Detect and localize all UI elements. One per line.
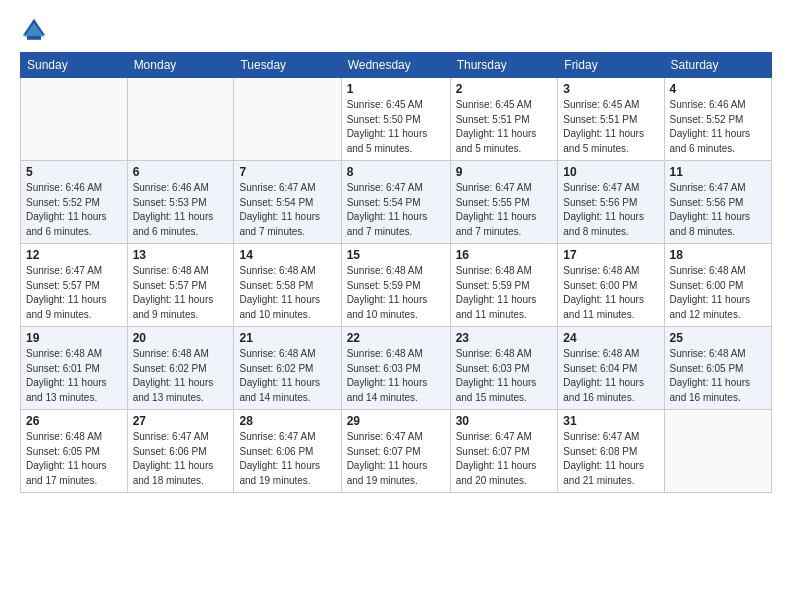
day-number: 12 — [26, 248, 122, 262]
day-number: 18 — [670, 248, 766, 262]
day-number: 26 — [26, 414, 122, 428]
day-info: Sunrise: 6:48 AM Sunset: 6:00 PM Dayligh… — [670, 264, 766, 322]
calendar-cell — [127, 78, 234, 161]
day-info: Sunrise: 6:48 AM Sunset: 5:59 PM Dayligh… — [456, 264, 553, 322]
day-info: Sunrise: 6:47 AM Sunset: 5:57 PM Dayligh… — [26, 264, 122, 322]
day-info: Sunrise: 6:48 AM Sunset: 5:57 PM Dayligh… — [133, 264, 229, 322]
day-info: Sunrise: 6:48 AM Sunset: 6:03 PM Dayligh… — [347, 347, 445, 405]
calendar-cell: 2Sunrise: 6:45 AM Sunset: 5:51 PM Daylig… — [450, 78, 558, 161]
day-number: 20 — [133, 331, 229, 345]
day-info: Sunrise: 6:47 AM Sunset: 5:56 PM Dayligh… — [563, 181, 658, 239]
day-info: Sunrise: 6:48 AM Sunset: 6:01 PM Dayligh… — [26, 347, 122, 405]
calendar-week-row: 12Sunrise: 6:47 AM Sunset: 5:57 PM Dayli… — [21, 244, 772, 327]
day-info: Sunrise: 6:47 AM Sunset: 5:54 PM Dayligh… — [239, 181, 335, 239]
day-number: 27 — [133, 414, 229, 428]
page: SundayMondayTuesdayWednesdayThursdayFrid… — [0, 0, 792, 612]
calendar-header-monday: Monday — [127, 53, 234, 78]
day-number: 21 — [239, 331, 335, 345]
day-number: 17 — [563, 248, 658, 262]
day-number: 6 — [133, 165, 229, 179]
day-number: 9 — [456, 165, 553, 179]
calendar-cell — [234, 78, 341, 161]
calendar-cell: 27Sunrise: 6:47 AM Sunset: 6:06 PM Dayli… — [127, 410, 234, 493]
calendar-header-wednesday: Wednesday — [341, 53, 450, 78]
day-info: Sunrise: 6:48 AM Sunset: 5:59 PM Dayligh… — [347, 264, 445, 322]
calendar-cell: 1Sunrise: 6:45 AM Sunset: 5:50 PM Daylig… — [341, 78, 450, 161]
calendar-cell: 6Sunrise: 6:46 AM Sunset: 5:53 PM Daylig… — [127, 161, 234, 244]
calendar-cell: 22Sunrise: 6:48 AM Sunset: 6:03 PM Dayli… — [341, 327, 450, 410]
day-number: 14 — [239, 248, 335, 262]
calendar-cell: 9Sunrise: 6:47 AM Sunset: 5:55 PM Daylig… — [450, 161, 558, 244]
day-number: 29 — [347, 414, 445, 428]
day-number: 11 — [670, 165, 766, 179]
svg-rect-2 — [27, 36, 41, 40]
day-info: Sunrise: 6:48 AM Sunset: 6:02 PM Dayligh… — [239, 347, 335, 405]
day-info: Sunrise: 6:48 AM Sunset: 5:58 PM Dayligh… — [239, 264, 335, 322]
day-info: Sunrise: 6:45 AM Sunset: 5:51 PM Dayligh… — [456, 98, 553, 156]
calendar-week-row: 19Sunrise: 6:48 AM Sunset: 6:01 PM Dayli… — [21, 327, 772, 410]
calendar-week-row: 1Sunrise: 6:45 AM Sunset: 5:50 PM Daylig… — [21, 78, 772, 161]
day-number: 5 — [26, 165, 122, 179]
calendar-cell: 19Sunrise: 6:48 AM Sunset: 6:01 PM Dayli… — [21, 327, 128, 410]
calendar-cell: 3Sunrise: 6:45 AM Sunset: 5:51 PM Daylig… — [558, 78, 664, 161]
day-info: Sunrise: 6:45 AM Sunset: 5:50 PM Dayligh… — [347, 98, 445, 156]
calendar-cell: 29Sunrise: 6:47 AM Sunset: 6:07 PM Dayli… — [341, 410, 450, 493]
day-info: Sunrise: 6:48 AM Sunset: 6:03 PM Dayligh… — [456, 347, 553, 405]
calendar-cell: 23Sunrise: 6:48 AM Sunset: 6:03 PM Dayli… — [450, 327, 558, 410]
day-number: 2 — [456, 82, 553, 96]
day-info: Sunrise: 6:48 AM Sunset: 6:00 PM Dayligh… — [563, 264, 658, 322]
day-info: Sunrise: 6:46 AM Sunset: 5:53 PM Dayligh… — [133, 181, 229, 239]
day-number: 23 — [456, 331, 553, 345]
calendar-cell: 4Sunrise: 6:46 AM Sunset: 5:52 PM Daylig… — [664, 78, 771, 161]
calendar-cell: 21Sunrise: 6:48 AM Sunset: 6:02 PM Dayli… — [234, 327, 341, 410]
day-number: 22 — [347, 331, 445, 345]
calendar-cell: 15Sunrise: 6:48 AM Sunset: 5:59 PM Dayli… — [341, 244, 450, 327]
day-number: 10 — [563, 165, 658, 179]
calendar-cell: 12Sunrise: 6:47 AM Sunset: 5:57 PM Dayli… — [21, 244, 128, 327]
day-info: Sunrise: 6:47 AM Sunset: 6:06 PM Dayligh… — [133, 430, 229, 488]
calendar-cell: 10Sunrise: 6:47 AM Sunset: 5:56 PM Dayli… — [558, 161, 664, 244]
day-number: 30 — [456, 414, 553, 428]
day-info: Sunrise: 6:47 AM Sunset: 5:56 PM Dayligh… — [670, 181, 766, 239]
day-info: Sunrise: 6:47 AM Sunset: 6:08 PM Dayligh… — [563, 430, 658, 488]
day-info: Sunrise: 6:48 AM Sunset: 6:04 PM Dayligh… — [563, 347, 658, 405]
day-info: Sunrise: 6:47 AM Sunset: 6:07 PM Dayligh… — [347, 430, 445, 488]
day-info: Sunrise: 6:48 AM Sunset: 6:05 PM Dayligh… — [26, 430, 122, 488]
calendar-cell: 20Sunrise: 6:48 AM Sunset: 6:02 PM Dayli… — [127, 327, 234, 410]
calendar-header-friday: Friday — [558, 53, 664, 78]
day-info: Sunrise: 6:46 AM Sunset: 5:52 PM Dayligh… — [670, 98, 766, 156]
calendar-cell: 14Sunrise: 6:48 AM Sunset: 5:58 PM Dayli… — [234, 244, 341, 327]
calendar-cell — [664, 410, 771, 493]
calendar-cell: 11Sunrise: 6:47 AM Sunset: 5:56 PM Dayli… — [664, 161, 771, 244]
day-info: Sunrise: 6:45 AM Sunset: 5:51 PM Dayligh… — [563, 98, 658, 156]
day-number: 31 — [563, 414, 658, 428]
calendar-cell: 16Sunrise: 6:48 AM Sunset: 5:59 PM Dayli… — [450, 244, 558, 327]
logo — [20, 16, 50, 44]
calendar-cell — [21, 78, 128, 161]
calendar-cell: 17Sunrise: 6:48 AM Sunset: 6:00 PM Dayli… — [558, 244, 664, 327]
day-info: Sunrise: 6:47 AM Sunset: 6:06 PM Dayligh… — [239, 430, 335, 488]
day-info: Sunrise: 6:47 AM Sunset: 6:07 PM Dayligh… — [456, 430, 553, 488]
day-number: 19 — [26, 331, 122, 345]
calendar-cell: 5Sunrise: 6:46 AM Sunset: 5:52 PM Daylig… — [21, 161, 128, 244]
calendar-cell: 7Sunrise: 6:47 AM Sunset: 5:54 PM Daylig… — [234, 161, 341, 244]
calendar-table: SundayMondayTuesdayWednesdayThursdayFrid… — [20, 52, 772, 493]
calendar-cell: 26Sunrise: 6:48 AM Sunset: 6:05 PM Dayli… — [21, 410, 128, 493]
calendar-cell: 25Sunrise: 6:48 AM Sunset: 6:05 PM Dayli… — [664, 327, 771, 410]
day-number: 28 — [239, 414, 335, 428]
calendar-cell: 18Sunrise: 6:48 AM Sunset: 6:00 PM Dayli… — [664, 244, 771, 327]
calendar-header-sunday: Sunday — [21, 53, 128, 78]
calendar-cell: 8Sunrise: 6:47 AM Sunset: 5:54 PM Daylig… — [341, 161, 450, 244]
day-number: 24 — [563, 331, 658, 345]
calendar-week-row: 26Sunrise: 6:48 AM Sunset: 6:05 PM Dayli… — [21, 410, 772, 493]
calendar-cell: 28Sunrise: 6:47 AM Sunset: 6:06 PM Dayli… — [234, 410, 341, 493]
day-info: Sunrise: 6:48 AM Sunset: 6:05 PM Dayligh… — [670, 347, 766, 405]
day-number: 13 — [133, 248, 229, 262]
day-info: Sunrise: 6:47 AM Sunset: 5:54 PM Dayligh… — [347, 181, 445, 239]
calendar-week-row: 5Sunrise: 6:46 AM Sunset: 5:52 PM Daylig… — [21, 161, 772, 244]
day-number: 4 — [670, 82, 766, 96]
calendar-cell: 24Sunrise: 6:48 AM Sunset: 6:04 PM Dayli… — [558, 327, 664, 410]
calendar-header-saturday: Saturday — [664, 53, 771, 78]
day-number: 3 — [563, 82, 658, 96]
calendar-cell: 30Sunrise: 6:47 AM Sunset: 6:07 PM Dayli… — [450, 410, 558, 493]
